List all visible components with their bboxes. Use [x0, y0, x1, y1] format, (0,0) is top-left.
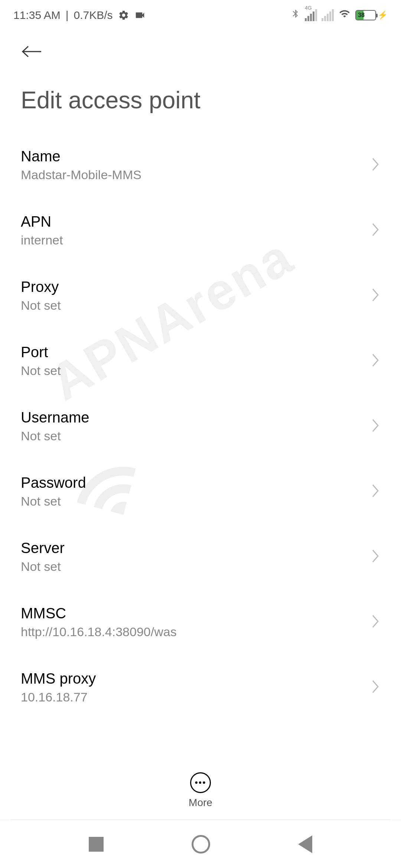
- battery-indicator: 38 ⚡: [355, 10, 388, 20]
- chevron-right-icon: [371, 287, 380, 304]
- gear-icon: [118, 10, 129, 21]
- setting-label: APN: [21, 213, 63, 230]
- setting-item-password[interactable]: Password Not set: [21, 459, 380, 524]
- navigation-bar: [0, 820, 401, 868]
- square-icon: [89, 837, 104, 852]
- chevron-right-icon: [371, 483, 380, 500]
- header: [0, 26, 401, 72]
- setting-label: Username: [21, 409, 89, 426]
- wifi-icon: [338, 8, 351, 22]
- setting-value: Madstar-Mobile-MMS: [21, 168, 141, 182]
- status-right: 4G 38 ⚡: [291, 8, 388, 22]
- setting-value: 10.16.18.77: [21, 690, 96, 704]
- nav-home-button[interactable]: [192, 835, 210, 854]
- setting-value: Not set: [21, 298, 61, 313]
- charging-icon: ⚡: [378, 10, 388, 20]
- triangle-icon: [298, 835, 312, 853]
- signal-sim1: 4G: [305, 9, 317, 21]
- setting-item-port[interactable]: Port Not set: [21, 328, 380, 394]
- setting-item-apn[interactable]: APN internet: [21, 198, 380, 263]
- setting-label: Proxy: [21, 279, 61, 295]
- status-left: 11:35 AM | 0.7KB/s: [13, 9, 146, 22]
- chevron-right-icon: [371, 614, 380, 630]
- nav-recent-button[interactable]: [89, 837, 104, 852]
- chevron-right-icon: [371, 679, 380, 696]
- more-label: More: [189, 797, 212, 809]
- setting-label: MMSC: [21, 605, 177, 622]
- status-bar: 11:35 AM | 0.7KB/s 4G: [0, 0, 401, 26]
- setting-item-server[interactable]: Server Not set: [21, 524, 380, 589]
- setting-label: Port: [21, 344, 61, 361]
- setting-label: MMS proxy: [21, 670, 96, 687]
- chevron-right-icon: [371, 549, 380, 565]
- more-icon: [190, 772, 211, 793]
- signal-sim2: [322, 9, 334, 21]
- status-speed: 0.7KB/s: [74, 9, 113, 22]
- battery-percent: 38: [358, 12, 365, 19]
- setting-item-name[interactable]: Name Madstar-Mobile-MMS: [21, 132, 380, 198]
- setting-label: Password: [21, 474, 86, 491]
- setting-value: Not set: [21, 494, 86, 509]
- status-time: 11:35 AM: [13, 9, 61, 22]
- setting-label: Server: [21, 540, 65, 556]
- more-button[interactable]: More: [189, 772, 212, 809]
- chevron-right-icon: [371, 222, 380, 239]
- nav-back-button[interactable]: [298, 835, 312, 853]
- bottom-bar: More: [0, 772, 401, 809]
- setting-item-proxy[interactable]: Proxy Not set: [21, 263, 380, 328]
- page-title: Edit access point: [0, 72, 401, 132]
- setting-value: internet: [21, 233, 63, 247]
- status-divider: |: [66, 9, 69, 22]
- setting-value: Not set: [21, 429, 89, 443]
- setting-value: Not set: [21, 559, 65, 574]
- chevron-right-icon: [371, 418, 380, 434]
- setting-value: Not set: [21, 364, 61, 378]
- setting-label: Name: [21, 148, 141, 165]
- network-type-label: 4G: [305, 5, 312, 11]
- back-button[interactable]: [21, 40, 44, 64]
- setting-item-username[interactable]: Username Not set: [21, 394, 380, 459]
- settings-list: Name Madstar-Mobile-MMS APN internet Pro…: [0, 132, 401, 720]
- chevron-right-icon: [371, 157, 380, 173]
- bluetooth-icon: [291, 8, 300, 22]
- setting-item-mmsc[interactable]: MMSC http://10.16.18.4:38090/was: [21, 589, 380, 655]
- camera-icon: [134, 10, 146, 21]
- setting-item-mms-proxy[interactable]: MMS proxy 10.16.18.77: [21, 655, 380, 720]
- chevron-right-icon: [371, 353, 380, 369]
- setting-value: http://10.16.18.4:38090/was: [21, 625, 177, 639]
- circle-icon: [192, 835, 210, 854]
